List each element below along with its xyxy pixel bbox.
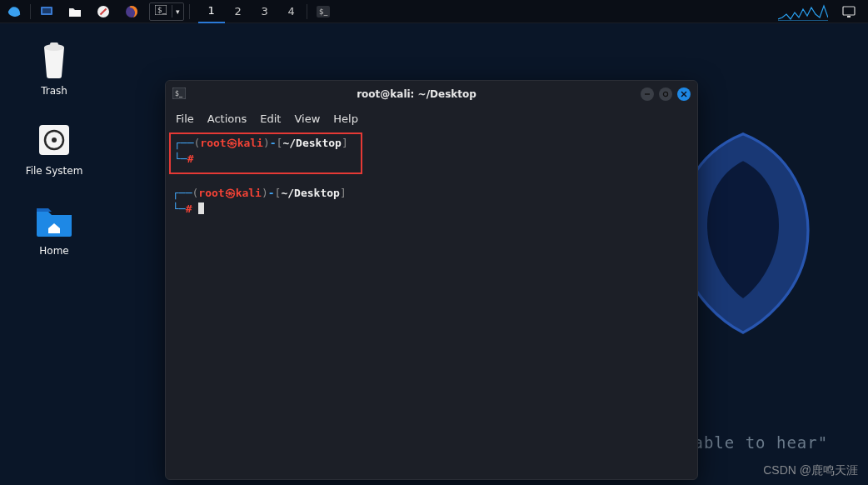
minimize-button[interactable] xyxy=(641,88,654,101)
home-folder-icon xyxy=(34,200,74,240)
kali-menu-button[interactable] xyxy=(0,0,28,23)
drive-icon xyxy=(34,120,74,160)
menu-view[interactable]: View xyxy=(294,112,320,125)
desktop-icon-home[interactable]: Home xyxy=(25,200,83,257)
firefox-launcher[interactable] xyxy=(117,0,146,23)
workspace-3[interactable]: 3 xyxy=(252,0,278,23)
network-monitor-graph[interactable] xyxy=(778,2,828,21)
svg-text:$_: $_ xyxy=(319,8,328,16)
menu-actions[interactable]: Actions xyxy=(207,112,247,125)
firefox-icon xyxy=(122,2,141,21)
svg-rect-2 xyxy=(69,10,81,17)
panel-separator xyxy=(307,4,307,19)
close-button[interactable] xyxy=(677,88,691,101)
terminal-icon: $_ xyxy=(314,2,332,21)
desktop-icon-filesystem[interactable]: File System xyxy=(25,120,83,177)
svg-text:$_: $_ xyxy=(157,6,167,14)
window-title: root@kali: ~/Desktop xyxy=(192,88,641,100)
desktop-icon-label: Home xyxy=(39,245,68,257)
folder-icon xyxy=(66,2,84,21)
noscript-icon xyxy=(94,2,112,21)
workspace-2[interactable]: 2 xyxy=(225,0,252,23)
prompt-line: ┌──(root㉿kali)-[~/Desktop] └─# xyxy=(174,136,357,168)
window-titlebar[interactable]: $_ root@kali: ~/Desktop xyxy=(166,81,697,108)
panel-separator xyxy=(189,4,190,19)
workspace-4[interactable]: 4 xyxy=(278,0,305,23)
menu-file[interactable]: File xyxy=(176,112,194,125)
desktop-icon-trash[interactable]: Trash xyxy=(25,40,83,97)
terminal-body[interactable]: ┌──(root㉿kali)-[~/Desktop] └─# ┌──(root㉿… xyxy=(166,129,697,479)
terminal-icon: $_ xyxy=(172,88,186,101)
file-manager-launcher[interactable] xyxy=(61,0,89,23)
monitor-icon xyxy=(840,2,858,21)
menu-help[interactable]: Help xyxy=(333,112,358,125)
svg-text:$_: $_ xyxy=(175,90,183,98)
prompt-path: ~/Desktop xyxy=(281,187,339,199)
trash-icon xyxy=(34,40,74,80)
noscript-launcher[interactable] xyxy=(89,0,117,23)
workspace-1[interactable]: 1 xyxy=(198,0,225,23)
desktop-icon-label: File System xyxy=(26,165,83,177)
annotation-highlight: ┌──(root㉿kali)-[~/Desktop] └─# xyxy=(169,132,362,174)
svg-rect-10 xyxy=(843,7,855,15)
panel-separator xyxy=(30,4,31,19)
show-desktop-button[interactable] xyxy=(32,0,61,23)
watermark: CSDN @鹿鸣天涯 xyxy=(763,463,858,478)
desktop-icon xyxy=(37,2,56,21)
tray-display-icon[interactable] xyxy=(835,0,863,23)
desktop-icon-label: Trash xyxy=(41,85,67,97)
svg-point-16 xyxy=(52,138,57,142)
kali-logo-icon xyxy=(5,2,23,21)
maximize-button[interactable] xyxy=(659,88,672,101)
menu-edit[interactable]: Edit xyxy=(260,112,281,125)
svg-point-20 xyxy=(663,92,667,96)
svg-rect-11 xyxy=(847,16,851,18)
top-panel: $_ ▾ 1 2 3 4 $_ xyxy=(0,0,868,23)
terminal-cursor xyxy=(198,202,204,214)
terminal-launcher[interactable]: $_ ▾ xyxy=(149,2,184,21)
desktop-icons: Trash File System Home xyxy=(25,40,83,257)
taskbar-terminal-entry[interactable]: $_ xyxy=(309,0,337,23)
terminal-icon: $_ xyxy=(150,5,172,18)
prompt-path: ~/Desktop xyxy=(282,137,341,149)
svg-rect-1 xyxy=(42,8,51,13)
prompt-line: ┌──(root㉿kali)-[~/Desktop] └─# xyxy=(172,186,691,218)
chevron-down-icon[interactable]: ▾ xyxy=(172,8,183,16)
workspace-switcher: 1 2 3 4 xyxy=(198,0,305,23)
terminal-window: $_ root@kali: ~/Desktop File Actions Edi… xyxy=(165,80,698,480)
terminal-menubar: File Actions Edit View Help xyxy=(166,108,697,129)
svg-rect-13 xyxy=(50,42,58,46)
